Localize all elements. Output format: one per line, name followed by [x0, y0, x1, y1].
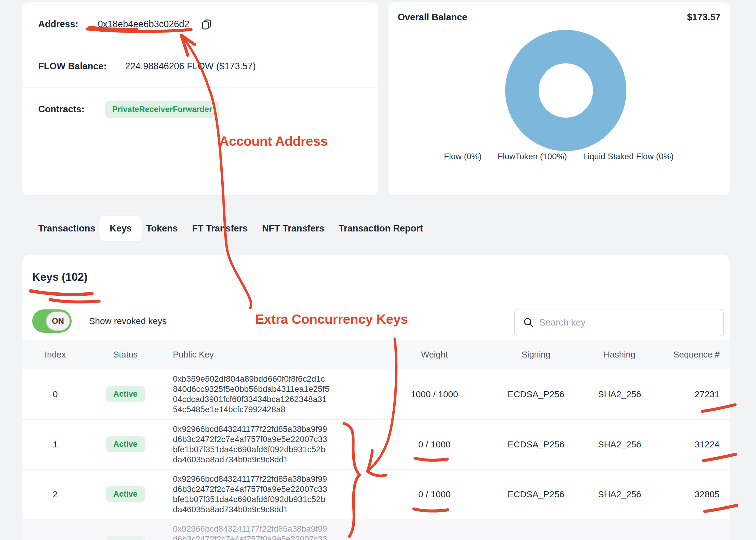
legend-item: Liquid Staked Flow (0%) — [583, 152, 674, 161]
tab-nft-transfers[interactable]: NFT Transfers — [262, 223, 324, 234]
key-status-cell: Active — [88, 436, 163, 452]
status-badge: Active — [106, 436, 145, 452]
search-icon — [523, 317, 534, 328]
address-value: 0x18eb4ee6b3c026d2 — [98, 19, 189, 30]
key-index: 1 — [22, 439, 88, 450]
keys-heading: Keys (102) — [32, 271, 87, 283]
public-key-line: 54c5485e1e14bcfc7992428a8 — [173, 404, 366, 415]
show-revoked-row: ON Show revoked keys — [32, 309, 166, 333]
contract-badge[interactable]: PrivateReceiverForwarder — [105, 101, 219, 118]
public-key: 0x92966bcd843241177f22fd85a38ba9f99d6b3c… — [163, 524, 366, 540]
account-summary-card: Address: 0x18eb4ee6b3c026d2 FLOW Balance… — [22, 2, 378, 195]
public-key-line: 0xb359e502df804a89bdd660f0f8f6c2d1c — [173, 374, 366, 384]
tab-keys[interactable]: Keys — [99, 216, 142, 241]
public-key-line: da46035a8ad734b0a9c9c8dd1 — [173, 504, 366, 515]
col-public-key: Public Key — [163, 350, 366, 359]
key-row: 2Active0x92966bcd843241177f22fd85a38ba9f… — [22, 469, 730, 519]
overall-balance-title: Overall Balance — [398, 12, 467, 23]
key-status-cell: Active — [88, 536, 163, 540]
col-sequence: Sequence # — [670, 350, 730, 359]
public-key-line: d6b3c2472f2c7e4af757f0a9e5e22007c33 — [173, 484, 366, 494]
legend-item: Flow (0%) — [444, 152, 482, 161]
public-key-line: 0x92966bcd843241177f22fd85a38ba9f99 — [173, 474, 366, 484]
key-index: 2 — [22, 489, 88, 499]
key-hashing: SHA2_256 — [569, 439, 670, 450]
show-revoked-label: Show revoked keys — [89, 316, 166, 326]
public-key: 0x92966bcd843241177f22fd85a38ba9f99d6b3c… — [163, 424, 366, 465]
public-key-line: da46035a8ad734b0a9c9c8dd1 — [173, 455, 366, 465]
flow-balance-value: 224.98846206 FLOW ($173.57) — [125, 61, 256, 72]
key-weight: 0 / 1000 — [366, 489, 503, 499]
col-index: Index — [22, 350, 88, 359]
contracts-label: Contracts: — [38, 104, 84, 115]
account-tabs: TransactionsKeysTokensFT TransfersNFT Tr… — [38, 218, 423, 239]
key-status-cell: Active — [88, 486, 163, 502]
public-key-line: d6b3c2472f2c7e4af757f0a9e5e22007c33 — [173, 434, 366, 445]
public-key: 0x92966bcd843241177f22fd85a38ba9f99d6b3c… — [163, 474, 366, 515]
public-key-line: 0x92966bcd843241177f22fd85a38ba9f99 — [173, 524, 366, 534]
status-badge: Active — [106, 386, 145, 402]
key-search — [514, 309, 724, 336]
public-key-line: d6b3c2472f2c7e4af757f0a9e5e22007c33 — [173, 534, 366, 540]
keys-table: Index Status Public Key Weight Signing H… — [22, 340, 730, 540]
key-sequence: 27231 — [670, 389, 730, 399]
tab-transactions[interactable]: Transactions — [38, 223, 95, 234]
public-key: 0xb359e502df804a89bdd660f0f8f6c2d1c840d6… — [163, 374, 366, 415]
address-label: Address: — [38, 19, 78, 30]
public-key-line: 04cdcad3901fcf60f33434bca1262348a31 — [173, 394, 366, 404]
overall-balance-total: $173.57 — [687, 12, 720, 23]
overall-balance-card: Overall Balance $173.57 Flow (0%)FlowTok… — [388, 2, 730, 195]
key-signing: ECDSA_P256 — [503, 489, 569, 499]
annotation-account-address: Account Address — [219, 134, 328, 149]
keys-table-body: 0Active0xb359e502df804a89bdd660f0f8f6c2d… — [22, 369, 730, 540]
show-revoked-toggle[interactable]: ON — [32, 310, 72, 333]
key-row: Active0x92966bcd843241177f22fd85a38ba9f9… — [22, 519, 730, 540]
tab-transaction-report[interactable]: Transaction Report — [339, 223, 423, 234]
copy-icon — [201, 18, 213, 30]
key-signing: ECDSA_P256 — [503, 389, 569, 399]
key-index: 0 — [22, 389, 88, 399]
key-sequence: 32805 — [670, 489, 730, 499]
key-hashing: SHA2_256 — [569, 389, 670, 399]
contracts-row: Contracts: PrivateReceiverForwarder — [22, 87, 378, 132]
donut-legend: Flow (0%)FlowToken (100%)Liquid Staked F… — [388, 152, 730, 161]
toggle-state-label: ON — [52, 317, 64, 326]
status-badge: Active — [106, 486, 145, 502]
flow-balance-row: FLOW Balance: 224.98846206 FLOW ($173.57… — [22, 46, 378, 87]
public-key-line: bfe1b07f351da4c690afd6f092db931c52b — [173, 445, 366, 455]
key-hashing: SHA2_256 — [569, 489, 670, 499]
col-signing: Signing — [503, 350, 569, 359]
col-status: Status — [88, 350, 163, 359]
col-hashing: Hashing — [569, 350, 670, 359]
toggle-knob: ON — [46, 312, 70, 331]
keys-table-header: Index Status Public Key Weight Signing H… — [22, 340, 730, 369]
public-key-line: bfe1b07f351da4c690afd6f092db931c52b — [173, 494, 366, 504]
key-sequence: 31224 — [670, 439, 730, 450]
status-badge: Active — [106, 536, 145, 540]
tab-ft-transfers[interactable]: FT Transfers — [192, 223, 248, 234]
col-weight: Weight — [366, 350, 503, 359]
key-row: 1Active0x92966bcd843241177f22fd85a38ba9f… — [22, 419, 730, 469]
keys-card: Keys (102) ON Show revoked keys Index St… — [22, 255, 730, 540]
key-row: 0Active0xb359e502df804a89bdd660f0f8f6c2d… — [22, 369, 730, 419]
public-key-line: 840d6cc9325f5e0bb56bdab4311ea1e25f5 — [173, 384, 366, 394]
annotation-extra-concurrency-keys: Extra Concurrency Keys — [255, 312, 408, 327]
account-page: Address: 0x18eb4ee6b3c026d2 FLOW Balance… — [0, 0, 756, 540]
flow-balance-label: FLOW Balance: — [38, 61, 107, 72]
donut-hole — [539, 63, 593, 118]
legend-item: FlowToken (100%) — [498, 152, 567, 161]
public-key-line: 0x92966bcd843241177f22fd85a38ba9f99 — [173, 424, 366, 434]
balance-donut-chart — [505, 30, 626, 151]
key-status-cell: Active — [88, 386, 163, 402]
search-key-input[interactable] — [539, 317, 706, 328]
key-signing: ECDSA_P256 — [503, 439, 569, 450]
tab-tokens[interactable]: Tokens — [146, 223, 178, 234]
address-row: Address: 0x18eb4ee6b3c026d2 — [22, 2, 378, 46]
key-weight: 0 / 1000 — [366, 439, 503, 450]
copy-address-button[interactable] — [201, 18, 213, 30]
key-weight: 1000 / 1000 — [366, 389, 503, 399]
